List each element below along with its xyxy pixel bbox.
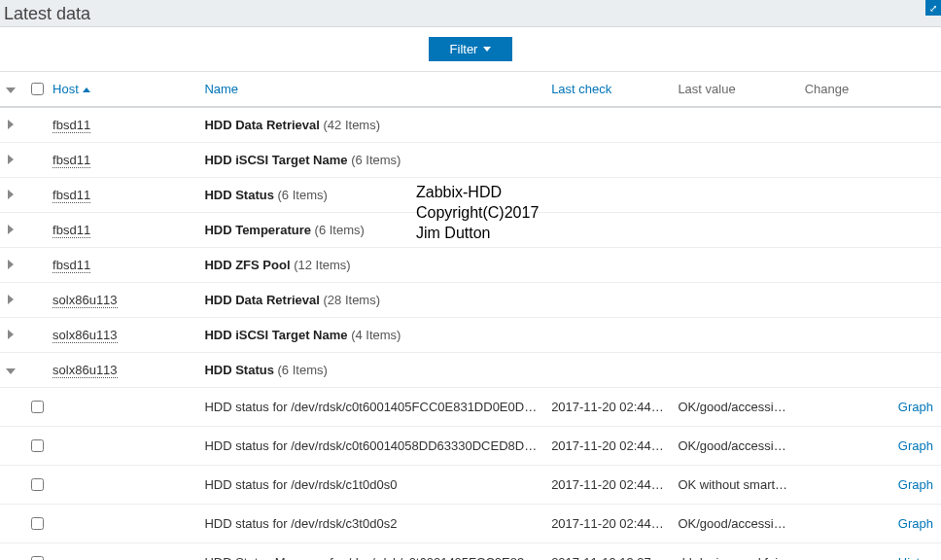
group-row: fbsd11 HDD Status (6 Items) (0, 178, 941, 213)
column-host[interactable]: Host (47, 72, 198, 107)
group-name-cell: HDD Data Retrieval (42 Items) (198, 107, 545, 143)
expand-toggle[interactable] (0, 248, 21, 283)
group-name-cell: HDD Data Retrieval (28 Items) (198, 283, 545, 318)
group-count: (6 Items) (351, 153, 401, 167)
item-change (799, 543, 892, 561)
chevron-right-icon (8, 225, 14, 234)
group-name: HDD Status (204, 363, 274, 377)
group-name: HDD Status (204, 188, 274, 202)
item-checkbox-cell (21, 427, 47, 466)
item-name: HDD status for /dev/rdsk/c3t0d0s2 (198, 505, 545, 543)
host-link[interactable]: solx86u113 (52, 293, 118, 308)
group-name-cell: HDD iSCSI Target Name (4 Items) (198, 318, 545, 353)
item-action-link[interactable]: Graph (898, 516, 933, 531)
host-link[interactable]: fbsd11 (52, 153, 90, 168)
group-name-cell: HDD ZFS Pool (12 Items) (198, 248, 545, 283)
item-last-value: OK/good/accessibl… (672, 388, 798, 427)
expand-toggle[interactable] (0, 283, 21, 318)
host-link[interactable]: fbsd11 (52, 118, 90, 133)
item-last-check: 2017-11-20 02:44:21 (545, 427, 672, 466)
sort-asc-icon (83, 88, 90, 92)
item-name: HDD status for /dev/rdsk/c0t60014058DD63… (198, 427, 545, 466)
item-action-link[interactable]: Graph (898, 438, 933, 453)
select-all-header[interactable] (21, 72, 47, 107)
group-checkbox-cell (21, 213, 47, 248)
host-cell: fbsd11 (47, 143, 198, 178)
group-row: solx86u113 HDD iSCSI Target Name (4 Item… (0, 318, 941, 353)
chevron-down-icon (6, 88, 16, 93)
item-checkbox[interactable] (31, 401, 44, 413)
column-last-value: Last value (672, 72, 798, 107)
item-last-value: OK without smartctl… (672, 466, 798, 505)
expand-toggle[interactable] (0, 318, 21, 353)
host-cell: solx86u113 (47, 283, 198, 318)
host-cell: fbsd11 (47, 248, 198, 283)
group-count: (6 Items) (315, 223, 365, 237)
item-checkbox-cell (21, 466, 47, 505)
expand-toggle[interactable] (0, 143, 21, 178)
item-row: HDD Status Message for /dev/rdsk/c0t6001… (0, 543, 941, 561)
latest-data-table: Host Name Last check Last value Change f… (0, 72, 941, 560)
host-cell: fbsd11 (47, 213, 198, 248)
host-link[interactable]: solx86u113 (52, 363, 118, 378)
item-action-link[interactable]: History (898, 555, 937, 560)
host-cell: solx86u113 (47, 353, 198, 388)
chevron-down-icon (483, 47, 491, 52)
group-row: solx86u113 HDD Data Retrieval (28 Items) (0, 283, 941, 318)
chevron-right-icon (8, 260, 14, 269)
expand-toggle[interactable] (0, 353, 21, 388)
group-name-cell: HDD Temperature (6 Items) (198, 213, 545, 248)
expand-toggle[interactable] (0, 107, 21, 143)
column-change: Change (799, 72, 892, 107)
column-action (892, 72, 941, 107)
group-checkbox-cell (21, 107, 47, 143)
group-name: HDD iSCSI Target Name (204, 328, 347, 342)
host-link[interactable]: solx86u113 (52, 328, 118, 343)
column-last-check[interactable]: Last check (545, 72, 672, 107)
group-name: HDD Temperature (204, 223, 311, 237)
item-checkbox-cell (21, 505, 47, 543)
item-last-value: dd device read failed (672, 543, 798, 561)
item-last-check: 2017-11-19 13:27:54 (545, 543, 672, 561)
item-row: HDD status for /dev/rdsk/c0t60014058DD63… (0, 427, 941, 466)
item-checkbox[interactable] (31, 556, 44, 560)
chevron-right-icon (8, 330, 14, 339)
expand-icon: ⤢ (929, 3, 937, 14)
group-count: (6 Items) (278, 363, 328, 377)
group-checkbox-cell (21, 248, 47, 283)
item-last-check: 2017-11-20 02:44:24 (545, 466, 672, 505)
fullscreen-button[interactable]: ⤢ (925, 0, 941, 16)
group-checkbox-cell (21, 178, 47, 213)
group-name: HDD ZFS Pool (204, 258, 290, 272)
table-header-row: Host Name Last check Last value Change (0, 72, 941, 107)
expand-toggle[interactable] (0, 178, 21, 213)
host-link[interactable]: fbsd11 (52, 188, 90, 203)
item-action-link[interactable]: Graph (898, 477, 933, 492)
host-cell: solx86u113 (47, 318, 198, 353)
item-last-value: OK/good/accessibl… (672, 427, 798, 466)
item-change (799, 466, 892, 505)
group-row: fbsd11 HDD Data Retrieval (42 Items) (0, 107, 941, 143)
item-checkbox[interactable] (31, 517, 44, 530)
item-checkbox[interactable] (31, 439, 44, 452)
group-checkbox-cell (21, 283, 47, 318)
chevron-down-icon (6, 368, 16, 374)
item-last-check: 2017-11-20 02:44:22 (545, 388, 672, 427)
expand-all-header[interactable] (0, 72, 21, 107)
host-cell: fbsd11 (47, 178, 198, 213)
host-cell: fbsd11 (47, 107, 198, 143)
host-link[interactable]: fbsd11 (52, 258, 90, 273)
filter-button-label: Filter (450, 42, 478, 56)
item-last-check: 2017-11-20 02:44:24 (545, 505, 672, 543)
item-name: HDD status for /dev/rdsk/c1t0d0s0 (198, 466, 545, 505)
select-all-checkbox[interactable] (31, 83, 44, 95)
group-count: (4 Items) (351, 328, 401, 342)
item-checkbox[interactable] (31, 478, 44, 491)
item-action-link[interactable]: Graph (898, 400, 933, 414)
filter-button[interactable]: Filter (429, 37, 513, 61)
column-name[interactable]: Name (198, 72, 545, 107)
item-checkbox-cell (21, 543, 47, 561)
host-link[interactable]: fbsd11 (52, 223, 90, 238)
item-change (799, 427, 892, 466)
expand-toggle[interactable] (0, 213, 21, 248)
